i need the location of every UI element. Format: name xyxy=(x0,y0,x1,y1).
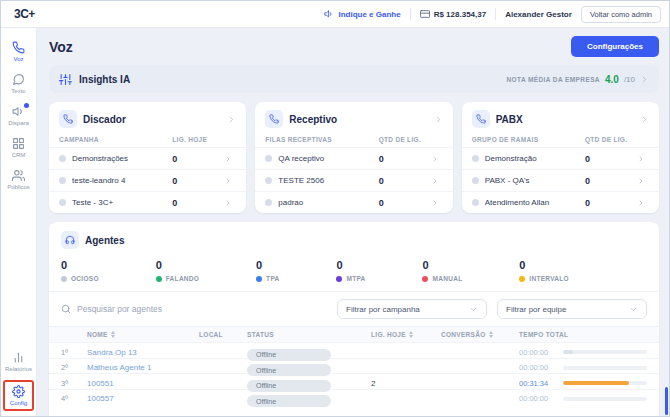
campaign-filter-select[interactable]: Filtrar por campanha xyxy=(337,299,487,319)
header-conversao[interactable]: CONVERSÃO xyxy=(441,331,519,338)
sidebar-item-label: Relatórios xyxy=(5,366,32,372)
header-local: LOCAL xyxy=(199,331,247,338)
balance-value: R$ 128.354,37 xyxy=(434,10,487,19)
card-pabx-header[interactable]: PABX xyxy=(462,102,659,134)
agents-title: Agentes xyxy=(85,235,124,246)
sidebar-item-crm[interactable]: CRM xyxy=(3,132,35,163)
agent-search xyxy=(61,304,327,314)
status-count: 0 xyxy=(422,259,462,271)
status-count: 0 xyxy=(61,259,99,271)
topbar: 3C+ Indique e Ganhe R$ 128.354,37 Alexan… xyxy=(1,1,669,28)
time-progress-bar xyxy=(563,381,647,385)
header-tempo-total: TEMPO TOTAL xyxy=(519,331,647,338)
card-receptivo-header[interactable]: Receptivo xyxy=(255,102,452,134)
extension-group-row[interactable]: Demonstração 0 xyxy=(462,147,659,169)
chevron-right-icon xyxy=(227,115,236,124)
agent-status-legend: 0 OCIOSO 0 FALANDO 0 TPA 0 MTPA 0 MANUAL… xyxy=(49,256,659,291)
incoming-phone-icon xyxy=(265,110,283,128)
sort-icon xyxy=(111,331,115,338)
time-progress-fill xyxy=(563,350,573,354)
agent-row[interactable]: 3º 100551 Offline 2 00:31:34 xyxy=(49,373,659,389)
chevron-right-icon xyxy=(637,199,649,207)
sidebar-item-publicos[interactable]: Públicos xyxy=(3,164,35,195)
agent-rank: 3º xyxy=(61,379,87,388)
call-count: 0 xyxy=(585,154,637,164)
team-filter-select[interactable]: Filtrar por equipe xyxy=(497,299,647,319)
agent-row[interactable]: 2º Matheus Agente 1 Offline 00:00:00 xyxy=(49,358,659,374)
sidebar: Voz Texto Dispara CRM Públicos Relatório… xyxy=(1,28,37,416)
sidebar-item-config[interactable]: Config xyxy=(3,380,34,411)
status-dot xyxy=(265,199,272,206)
card-discador-header[interactable]: Discador xyxy=(49,102,246,134)
campaign-name: teste-leandro 4 xyxy=(72,176,172,185)
app-logo: 3C+ xyxy=(14,7,35,21)
scrollbar-thumb[interactable] xyxy=(665,387,668,415)
extension-group-row[interactable]: Atendimento Allan 0 xyxy=(462,191,659,213)
chevron-right-icon xyxy=(224,199,236,207)
sidebar-item-voz[interactable]: Voz xyxy=(3,36,35,67)
company-score-max: /10 xyxy=(624,75,635,84)
status-dot xyxy=(61,276,67,282)
status-label: TPA xyxy=(266,275,279,282)
insights-banner[interactable]: Insights IA NOTA MÉDIA DA EMPRESA 4.0 /1… xyxy=(49,65,659,93)
agent-rank: 4º xyxy=(61,394,87,403)
agent-name-link[interactable]: 100557 xyxy=(87,394,199,403)
campaign-row[interactable]: Demonstrações 0 xyxy=(49,147,246,169)
status-dot xyxy=(256,276,262,282)
sidebar-item-relatorios[interactable]: Relatórios xyxy=(3,346,35,377)
group-name: Atendimento Allan xyxy=(485,198,585,207)
agent-rank: 1º xyxy=(61,348,87,357)
status-dot xyxy=(472,177,479,184)
column-header: QTD DE LIG. xyxy=(379,136,431,143)
wallet-icon xyxy=(420,9,430,19)
calls-today: 0 xyxy=(172,154,224,164)
sidebar-item-dispara[interactable]: Dispara xyxy=(3,100,35,131)
status-count: 0 xyxy=(256,259,279,271)
status-count: 0 xyxy=(519,259,569,271)
back-as-admin-button[interactable]: Voltar como admin xyxy=(581,6,661,23)
queue-row[interactable]: TESTE 2506 0 xyxy=(255,169,452,191)
calls-today: 0 xyxy=(172,198,224,208)
agent-search-input[interactable] xyxy=(77,304,327,314)
legend-item-intervalo: 0 INTERVALO xyxy=(519,259,569,282)
dialer-phone-icon xyxy=(59,110,77,128)
agent-name-link[interactable]: 100551 xyxy=(87,379,199,388)
balance[interactable]: R$ 128.354,37 xyxy=(420,9,487,19)
chat-icon xyxy=(12,73,25,86)
queue-row[interactable]: QA receptivo 0 xyxy=(255,147,452,169)
status-label: MTPA xyxy=(346,275,365,282)
queue-row[interactable]: padrao 0 xyxy=(255,191,452,213)
grid-icon xyxy=(12,137,25,150)
time-progress-bar xyxy=(563,350,647,354)
status-dot xyxy=(519,276,525,282)
status-label: FALANDO xyxy=(166,275,200,282)
agent-row[interactable]: 4º 100557 Offline 00:00:00 xyxy=(49,389,659,405)
header-nome[interactable]: NOME xyxy=(87,331,199,338)
agent-name-link[interactable]: Sandra Op 13 xyxy=(87,348,199,357)
campaign-row[interactable]: Teste - 3C+ 0 xyxy=(49,191,246,213)
call-count: 0 xyxy=(585,176,637,186)
agent-name-link[interactable]: Matheus Agente 1 xyxy=(87,363,199,372)
agent-total-time: 00:31:34 xyxy=(519,379,557,388)
user-name[interactable]: Alexander Gestor xyxy=(505,10,572,19)
legend-item-ocioso: 0 OCIOSO xyxy=(61,259,99,282)
status-label: OCIOSO xyxy=(71,275,99,282)
agent-total-time: 00:00:00 xyxy=(519,394,557,403)
legend-item-falando: 0 FALANDO xyxy=(156,259,200,282)
status-dot xyxy=(59,177,66,184)
settings-button[interactable]: Configurações xyxy=(571,36,659,57)
header-lig-hoje[interactable]: LIG. HOJE xyxy=(371,331,441,338)
referral-link[interactable]: Indique e Ganhe xyxy=(324,9,400,19)
card-title: Receptivo xyxy=(289,114,337,125)
sidebar-item-label: Texto xyxy=(11,88,25,94)
chevron-right-icon xyxy=(434,115,443,124)
sidebar-item-texto[interactable]: Texto xyxy=(3,68,35,99)
status-dot xyxy=(336,276,342,282)
agent-row[interactable]: 1º Sandra Op 13 Offline 00:00:00 xyxy=(49,342,659,358)
campaign-row[interactable]: teste-leandro 4 0 xyxy=(49,169,246,191)
legend-item-manual: 0 MANUAL xyxy=(422,259,462,282)
megaphone-icon xyxy=(12,105,25,118)
extension-group-row[interactable]: PABX - QA's 0 xyxy=(462,169,659,191)
referral-label: Indique e Ganhe xyxy=(338,10,400,19)
company-score-label: NOTA MÉDIA DA EMPRESA xyxy=(506,76,600,83)
